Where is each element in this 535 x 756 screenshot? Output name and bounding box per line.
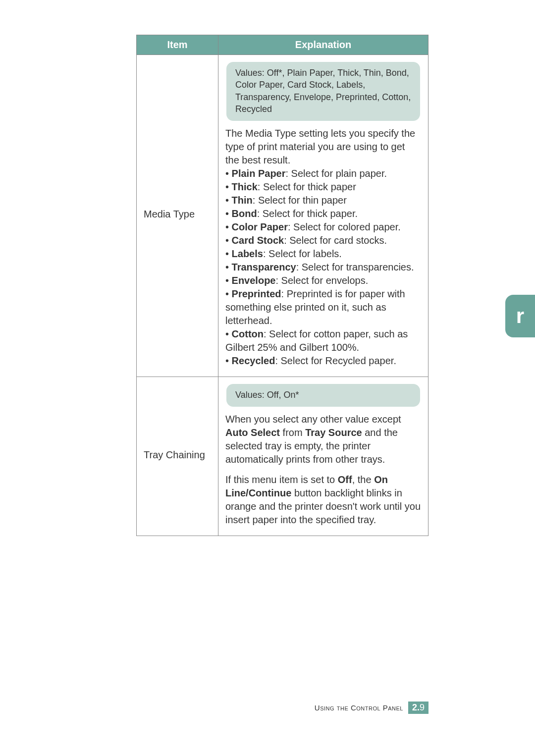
list-item: • Thin: Select for thin paper: [225, 194, 421, 207]
list-item: • Cotton: Select for cotton paper, such …: [225, 327, 421, 354]
list-item: • Recycled: Select for Recycled paper.: [225, 354, 421, 368]
bullet-text: : Select for envelops.: [275, 275, 368, 286]
bullet-label: Thick: [232, 181, 258, 192]
list-item: • Color Paper: Select for colored paper.: [225, 220, 421, 234]
header-explanation: Explanation: [218, 35, 428, 55]
bullet-text: : Select for thin paper: [253, 195, 347, 206]
bullet-label: Transparency: [232, 262, 296, 272]
bullet-label: Preprinted: [232, 288, 281, 299]
bullet-label: Bond: [232, 208, 257, 219]
row-explanation: Values: Off, On* When you select any oth…: [218, 377, 428, 536]
list-item: • Card Stock: Select for card stocks.: [225, 234, 421, 247]
tray-chaining-p2: If this menu item is set to Off, the On …: [225, 473, 421, 527]
bullet-text: : Select for card stocks.: [284, 235, 387, 246]
text-span: from: [280, 427, 305, 438]
table-row: Media Type Values: Off*, Plain Paper, Th…: [137, 55, 428, 377]
list-item: • Transparency: Select for transparencie…: [225, 261, 421, 274]
table-header-row: Item Explanation: [137, 35, 428, 55]
list-item: • Preprinted: Preprinted is for paper wi…: [225, 287, 421, 327]
bullet-text: : Select for plain paper.: [286, 168, 387, 179]
row-explanation: Values: Off*, Plain Paper, Thick, Thin, …: [218, 55, 428, 377]
bullet-label: Recycled: [232, 355, 275, 366]
bullet-text: : Select for thick paper: [258, 181, 356, 192]
bullet-text: : Select for labels.: [263, 248, 342, 259]
bullet-label: Plain Paper: [232, 168, 286, 179]
list-item: • Plain Paper: Select for plain paper.: [225, 167, 421, 180]
tray-chaining-p1: When you select any other value except A…: [225, 413, 421, 466]
text-span: , the: [352, 474, 374, 485]
bullet-label: Labels: [232, 248, 263, 259]
bullet-label: Envelope: [232, 275, 276, 286]
values-box: Values: Off, On*: [226, 384, 420, 407]
bullet-label: Thin: [232, 195, 253, 206]
page-number: 9: [420, 702, 425, 712]
list-item: • Thick: Select for thick paper: [225, 180, 421, 194]
bullet-text: : Select for colored paper.: [288, 221, 401, 232]
bullet-text: : Select for transparencies.: [296, 262, 414, 272]
bullet-label: Color Paper: [232, 221, 288, 232]
bold-span: Tray Source: [305, 427, 362, 438]
bold-span: Auto Select: [225, 427, 280, 438]
text-span: If this menu item is set to: [225, 474, 338, 485]
bullet-list: • Plain Paper: Select for plain paper. •…: [225, 167, 421, 368]
header-item: Item: [137, 35, 218, 55]
bullet-text: : Select for thick paper.: [257, 208, 358, 219]
footer-label: Using the Control Panel: [315, 703, 403, 712]
table-row: Tray Chaining Values: Off, On* When you …: [137, 377, 428, 536]
bullet-label: Card Stock: [232, 235, 284, 246]
document-page: Item Explanation Media Type Values: Off*…: [0, 0, 535, 756]
bullet-text: : Select for Recycled paper.: [275, 355, 396, 366]
section-tab: r: [505, 295, 535, 337]
page-footer: Using the Control Panel 2.9: [315, 702, 428, 714]
options-table: Item Explanation Media Type Values: Off*…: [136, 35, 428, 536]
bullet-label: Cotton: [232, 328, 264, 339]
text-span: When you select any other value except: [225, 414, 401, 425]
list-item: • Bond: Select for thick paper.: [225, 207, 421, 220]
row-item-label: Media Type: [137, 55, 218, 377]
page-number-box: 2.9: [408, 702, 428, 714]
list-item: • Labels: Select for labels.: [225, 247, 421, 261]
chapter-number: 2.: [412, 702, 420, 712]
bold-span: Off: [338, 474, 352, 485]
row-item-label: Tray Chaining: [137, 377, 218, 536]
list-item: • Envelope: Select for envelops.: [225, 274, 421, 287]
values-box: Values: Off*, Plain Paper, Thick, Thin, …: [226, 62, 420, 121]
media-type-intro: The Media Type setting lets you specify …: [225, 127, 421, 167]
